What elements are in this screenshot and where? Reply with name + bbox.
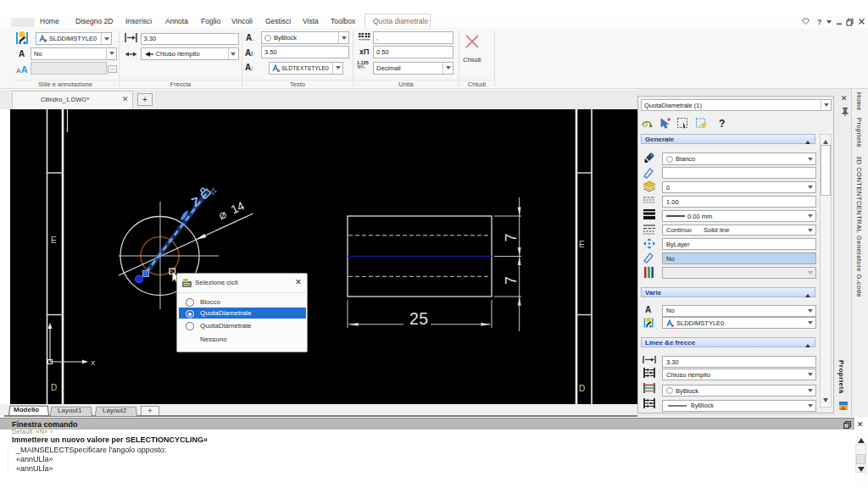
- svg-text:7: 7: [503, 276, 520, 285]
- svg-text:25: 25: [409, 309, 429, 328]
- svg-text:7: 7: [503, 233, 520, 241]
- svg-text:E: E: [579, 240, 585, 249]
- svg-text:D: D: [51, 383, 57, 392]
- svg-text:D: D: [579, 384, 585, 393]
- svg-text:?: ?: [719, 118, 725, 130]
- svg-text:E: E: [51, 236, 57, 245]
- svg-text:?: ?: [817, 18, 822, 26]
- svg-text:X: X: [91, 359, 96, 367]
